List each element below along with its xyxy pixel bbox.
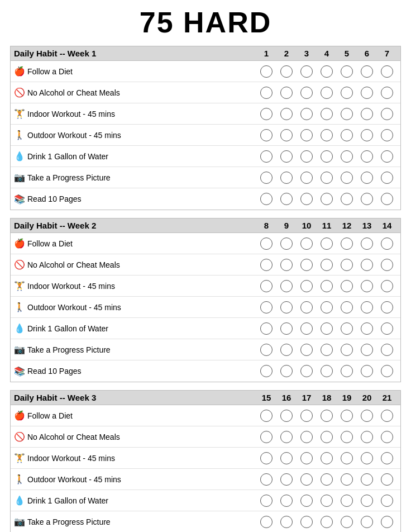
checkbox-circle[interactable]: [361, 150, 373, 163]
checkbox-circle[interactable]: [260, 473, 273, 486]
checkbox-circle[interactable]: [361, 410, 373, 422]
checkbox-circle[interactable]: [381, 516, 393, 528]
circle-cell-w2-h3-d5[interactable]: [337, 280, 357, 292]
circle-cell-w3-h3-d4[interactable]: [317, 452, 337, 464]
circle-cell-w1-h3-d2[interactable]: [276, 108, 297, 120]
circle-cell-w3-h1-d6[interactable]: [357, 410, 377, 422]
checkbox-circle[interactable]: [341, 301, 353, 314]
checkbox-circle[interactable]: [260, 280, 273, 292]
checkbox-circle[interactable]: [260, 452, 273, 464]
checkbox-circle[interactable]: [280, 280, 293, 292]
checkbox-circle[interactable]: [361, 172, 373, 184]
checkbox-circle[interactable]: [280, 193, 293, 205]
circle-cell-w1-h2-d2[interactable]: [276, 87, 297, 99]
circle-cell-w1-h7-d2[interactable]: [276, 193, 297, 205]
circle-cell-w2-h3-d2[interactable]: [276, 280, 297, 292]
circle-cell-w3-h3-d2[interactable]: [276, 452, 297, 464]
checkbox-circle[interactable]: [280, 495, 293, 507]
circle-cell-w1-h3-d1[interactable]: [256, 108, 276, 120]
checkbox-circle[interactable]: [321, 344, 333, 356]
checkbox-circle[interactable]: [300, 193, 313, 205]
checkbox-circle[interactable]: [381, 344, 393, 356]
checkbox-circle[interactable]: [321, 193, 333, 205]
circle-cell-w3-h5-d3[interactable]: [297, 495, 317, 507]
checkbox-circle[interactable]: [361, 280, 373, 292]
checkbox-circle[interactable]: [381, 410, 393, 422]
circle-cell-w2-h7-d5[interactable]: [337, 365, 357, 377]
circle-cell-w1-h2-d6[interactable]: [357, 87, 377, 99]
checkbox-circle[interactable]: [280, 238, 293, 250]
circle-cell-w2-h7-d7[interactable]: [377, 365, 397, 377]
checkbox-circle[interactable]: [260, 108, 273, 120]
circle-cell-w1-h7-d3[interactable]: [297, 193, 317, 205]
checkbox-circle[interactable]: [361, 365, 373, 377]
checkbox-circle[interactable]: [260, 129, 273, 141]
checkbox-circle[interactable]: [280, 410, 293, 422]
checkbox-circle[interactable]: [300, 322, 313, 335]
checkbox-circle[interactable]: [361, 473, 373, 486]
circle-cell-w2-h3-d6[interactable]: [357, 280, 377, 292]
checkbox-circle[interactable]: [300, 452, 313, 464]
circle-cell-w2-h7-d3[interactable]: [297, 365, 317, 377]
circle-cell-w2-h2-d3[interactable]: [297, 259, 317, 271]
checkbox-circle[interactable]: [300, 108, 313, 120]
circle-cell-w2-h2-d4[interactable]: [317, 259, 337, 271]
circle-cell-w1-h6-d6[interactable]: [357, 172, 377, 184]
checkbox-circle[interactable]: [341, 193, 353, 205]
checkbox-circle[interactable]: [260, 410, 273, 422]
circle-cell-w2-h5-d1[interactable]: [256, 322, 276, 335]
circle-cell-w2-h4-d4[interactable]: [317, 301, 337, 314]
checkbox-circle[interactable]: [300, 516, 313, 528]
checkbox-circle[interactable]: [361, 452, 373, 464]
checkbox-circle[interactable]: [381, 150, 393, 163]
checkbox-circle[interactable]: [341, 87, 353, 99]
circle-cell-w1-h3-d7[interactable]: [377, 108, 397, 120]
checkbox-circle[interactable]: [321, 150, 333, 163]
checkbox-circle[interactable]: [321, 259, 333, 271]
circle-cell-w3-h1-d2[interactable]: [276, 410, 297, 422]
checkbox-circle[interactable]: [260, 344, 273, 356]
checkbox-circle[interactable]: [361, 344, 373, 356]
checkbox-circle[interactable]: [321, 238, 333, 250]
checkbox-circle[interactable]: [321, 65, 333, 78]
circle-cell-w3-h6-d6[interactable]: [357, 516, 377, 528]
circle-cell-w3-h6-d3[interactable]: [297, 516, 317, 528]
checkbox-circle[interactable]: [260, 238, 273, 250]
checkbox-circle[interactable]: [381, 259, 393, 271]
circle-cell-w1-h2-d1[interactable]: [256, 87, 276, 99]
checkbox-circle[interactable]: [341, 365, 353, 377]
circle-cell-w3-h4-d6[interactable]: [357, 473, 377, 486]
circle-cell-w2-h3-d7[interactable]: [377, 280, 397, 292]
checkbox-circle[interactable]: [321, 431, 333, 443]
circle-cell-w1-h2-d4[interactable]: [317, 87, 337, 99]
circle-cell-w1-h1-d7[interactable]: [377, 65, 397, 78]
checkbox-circle[interactable]: [260, 516, 273, 528]
checkbox-circle[interactable]: [361, 65, 373, 78]
circle-cell-w3-h4-d5[interactable]: [337, 473, 357, 486]
checkbox-circle[interactable]: [300, 431, 313, 443]
circle-cell-w3-h2-d4[interactable]: [317, 431, 337, 443]
circle-cell-w1-h4-d4[interactable]: [317, 129, 337, 141]
checkbox-circle[interactable]: [361, 87, 373, 99]
circle-cell-w1-h4-d1[interactable]: [256, 129, 276, 141]
circle-cell-w1-h1-d5[interactable]: [337, 65, 357, 78]
checkbox-circle[interactable]: [341, 516, 353, 528]
circle-cell-w1-h6-d3[interactable]: [297, 172, 317, 184]
circle-cell-w1-h7-d6[interactable]: [357, 193, 377, 205]
checkbox-circle[interactable]: [381, 473, 393, 486]
checkbox-circle[interactable]: [361, 301, 373, 314]
circle-cell-w1-h4-d5[interactable]: [337, 129, 357, 141]
checkbox-circle[interactable]: [300, 150, 313, 163]
checkbox-circle[interactable]: [280, 65, 293, 78]
circle-cell-w2-h6-d2[interactable]: [276, 344, 297, 356]
checkbox-circle[interactable]: [280, 473, 293, 486]
checkbox-circle[interactable]: [341, 259, 353, 271]
circle-cell-w3-h6-d7[interactable]: [377, 516, 397, 528]
circle-cell-w1-h6-d4[interactable]: [317, 172, 337, 184]
checkbox-circle[interactable]: [280, 431, 293, 443]
circle-cell-w3-h4-d2[interactable]: [276, 473, 297, 486]
circle-cell-w2-h1-d1[interactable]: [256, 238, 276, 250]
checkbox-circle[interactable]: [300, 410, 313, 422]
checkbox-circle[interactable]: [300, 280, 313, 292]
circle-cell-w2-h1-d5[interactable]: [337, 238, 357, 250]
